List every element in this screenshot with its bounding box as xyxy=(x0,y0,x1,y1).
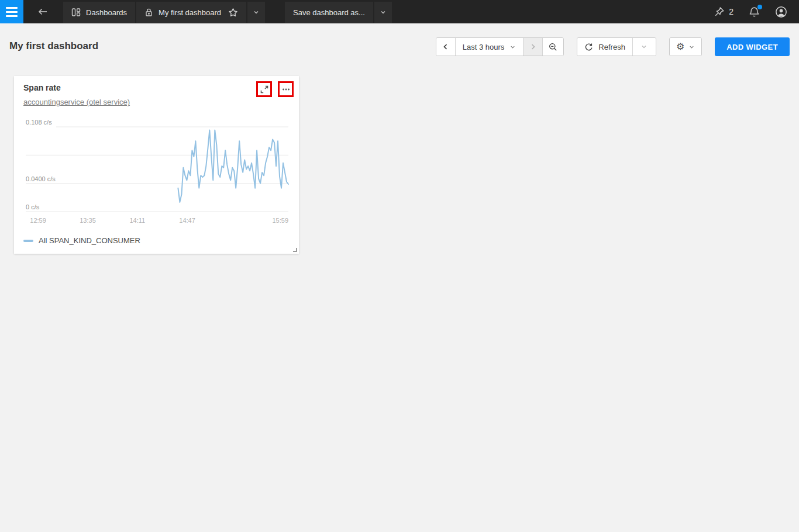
timeframe-previous-button[interactable] xyxy=(436,38,455,56)
star-icon[interactable] xyxy=(228,8,238,18)
legend-swatch xyxy=(23,240,33,242)
hamburger-icon xyxy=(6,7,18,9)
tab-label: Dashboards xyxy=(86,8,127,17)
save-dashboard-as-label: Save dashboard as... xyxy=(293,8,365,17)
chevron-down-icon xyxy=(688,44,695,50)
refresh-group: Refresh xyxy=(577,37,656,56)
pin-icon xyxy=(714,6,725,17)
timeframe-zoom-out-button[interactable] xyxy=(542,38,563,56)
chart-legend[interactable]: All SPAN_KIND_CONSUMER xyxy=(23,236,140,245)
dashboard-toolbar: Last 3 hours Refresh ⚙ ADD WID xyxy=(436,37,790,56)
page-title: My first dashboard xyxy=(9,40,98,52)
dashboard-settings-button[interactable]: ⚙ xyxy=(670,38,701,56)
refresh-label: Refresh xyxy=(598,43,625,51)
refresh-button[interactable]: Refresh xyxy=(577,38,632,56)
svg-text:13:35: 13:35 xyxy=(80,217,96,224)
chevron-left-icon xyxy=(442,43,449,50)
svg-text:0 c/s: 0 c/s xyxy=(26,203,40,210)
widget-subtitle-link[interactable]: accountingservice (otel service) xyxy=(23,98,130,106)
back-button[interactable] xyxy=(32,0,54,23)
refresh-icon xyxy=(584,43,593,51)
timeframe-next-button[interactable] xyxy=(523,38,542,56)
save-dashboard-group: Save dashboard as... xyxy=(285,0,392,23)
widget-title: Span rate xyxy=(23,83,61,92)
pinned-items-button[interactable]: 2 xyxy=(708,0,739,23)
back-arrow-icon xyxy=(37,7,48,16)
notification-dot xyxy=(757,5,762,9)
save-dashboard-as-button[interactable]: Save dashboard as... xyxy=(285,2,373,23)
tab-options-dropdown[interactable] xyxy=(247,2,265,23)
top-navigation-bar: Dashboards My first dashboard xyxy=(0,0,799,23)
tab-label: My first dashboard xyxy=(159,8,221,17)
add-widget-button[interactable]: ADD WIDGET xyxy=(715,37,790,56)
widget-span-rate[interactable]: 0.108 c/s0.0400 c/s0 c/s12:5913:3514:111… xyxy=(14,76,299,254)
svg-text:0.0400 c/s: 0.0400 c/s xyxy=(26,175,56,182)
timeframe-group: Last 3 hours xyxy=(436,37,564,56)
topbar-right-actions: 2 xyxy=(708,0,799,23)
pin-count: 2 xyxy=(729,7,733,16)
chevron-down-icon xyxy=(640,43,648,50)
chevron-down-icon xyxy=(380,9,387,16)
ellipsis-icon xyxy=(282,85,290,94)
svg-text:12:59: 12:59 xyxy=(30,217,46,224)
widget-expand-button[interactable] xyxy=(256,81,272,97)
dashboard-tabstrip: Dashboards My first dashboard xyxy=(63,0,265,23)
svg-text:0.108 c/s: 0.108 c/s xyxy=(26,119,52,126)
svg-text:15:59: 15:59 xyxy=(272,217,288,224)
timeframe-selector[interactable]: Last 3 hours xyxy=(455,38,524,56)
expand-icon xyxy=(260,85,268,94)
svg-text:14:47: 14:47 xyxy=(179,217,195,224)
widget-more-options-button[interactable] xyxy=(278,81,294,97)
chevron-down-icon xyxy=(253,9,260,16)
gear-icon: ⚙ xyxy=(676,42,684,51)
user-avatar-button[interactable] xyxy=(769,0,793,23)
chevron-down-icon xyxy=(509,44,516,50)
dashboards-grid-icon xyxy=(71,8,81,17)
zoom-out-icon xyxy=(549,43,557,51)
tab-my-first-dashboard[interactable]: My first dashboard xyxy=(136,2,246,23)
svg-text:14:11: 14:11 xyxy=(129,217,145,224)
refresh-interval-dropdown[interactable] xyxy=(632,38,656,56)
notifications-button[interactable] xyxy=(743,0,766,23)
save-dashboard-dropdown[interactable] xyxy=(374,2,392,23)
widget-resize-handle[interactable] xyxy=(293,248,297,252)
chevron-right-icon xyxy=(529,43,536,50)
settings-group: ⚙ xyxy=(669,37,702,56)
timeframe-label: Last 3 hours xyxy=(463,43,505,51)
legend-label: All SPAN_KIND_CONSUMER xyxy=(39,236,140,245)
tab-dashboards[interactable]: Dashboards xyxy=(63,2,135,23)
lock-icon xyxy=(144,8,153,17)
hamburger-menu-button[interactable] xyxy=(0,0,23,23)
avatar-icon xyxy=(775,6,787,18)
